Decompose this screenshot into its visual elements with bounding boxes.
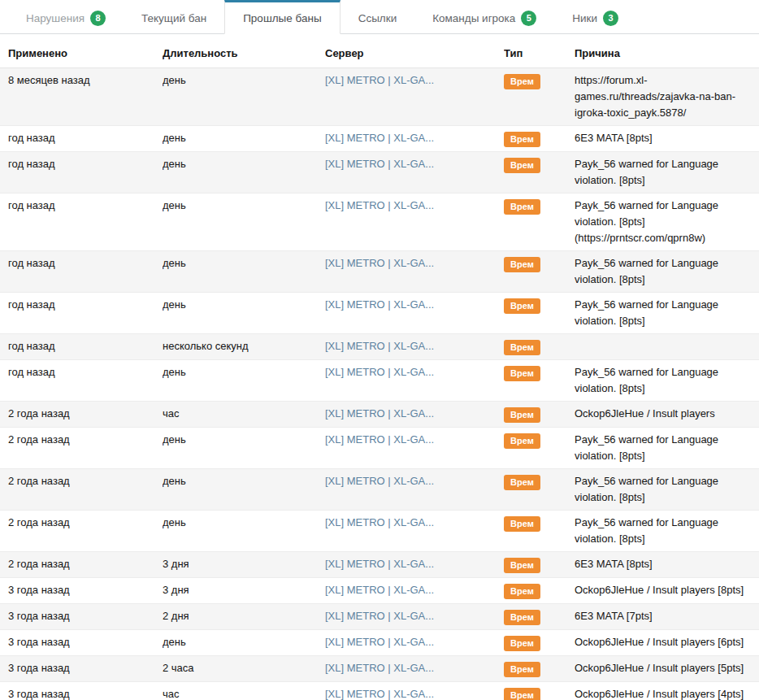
ban-type-badge: Врем [504,636,540,651]
server-link[interactable]: [XL] METRO | XL-GA... [325,132,434,144]
server-link[interactable]: [XL] METRO | XL-GA... [325,584,434,596]
server-link[interactable]: [XL] METRO | XL-GA... [325,257,434,269]
column-header-type: Тип [504,34,575,67]
table-row: 3 года назад 2 дня [XL] METRO | XL-GA...… [0,604,759,630]
server-link[interactable]: [XL] METRO | XL-GA... [325,636,434,648]
server-link[interactable]: [XL] METRO | XL-GA... [325,610,434,622]
applied-cell: 3 года назад [8,604,163,629]
duration-cell: 2 дня [163,604,325,629]
applied-cell: год назад [8,152,163,193]
reason-cell: Payk_56 warned for Language violation. [… [575,193,751,250]
server-cell: [XL] METRO | XL-GA... [325,152,504,193]
table-row: год назад день [XL] METRO | XL-GA... Вре… [0,360,759,402]
server-cell: [XL] METRO | XL-GA... [325,334,504,359]
ban-type-badge: Врем [504,199,540,215]
applied-cell: 2 года назад [8,552,163,577]
tab-label: Текущий бан [141,12,206,24]
reason-cell: Payk_56 warned for Language violation. [… [575,511,751,551]
tab-2[interactable]: Прошлые баны [224,0,340,34]
applied-cell: год назад [8,334,163,359]
server-cell: [XL] METRO | XL-GA... [325,126,504,151]
server-link[interactable]: [XL] METRO | XL-GA... [325,298,434,311]
type-cell: Врем [504,360,575,401]
table-row: 2 года назад день [XL] METRO | XL-GA... … [0,511,759,552]
reason-cell: Payk_56 warned for Language violation. [… [575,469,751,510]
server-link[interactable]: [XL] METRO | XL-GA... [325,475,434,487]
table-row: 2 года назад день [XL] METRO | XL-GA... … [0,428,759,469]
type-cell: Врем [504,578,575,603]
table-row: 3 года назад день [XL] METRO | XL-GA... … [0,630,759,656]
reason-cell [575,334,751,359]
server-link[interactable]: [XL] METRO | XL-GA... [325,688,434,700]
server-link[interactable]: [XL] METRO | XL-GA... [325,407,434,420]
server-link[interactable]: [XL] METRO | XL-GA... [325,74,434,86]
tab-count-badge: 8 [90,11,106,26]
applied-cell: год назад [8,251,163,292]
tab-3[interactable]: Ссылки [340,0,415,33]
server-cell: [XL] METRO | XL-GA... [325,630,504,655]
applied-cell: 3 года назад [8,656,163,681]
ban-type-badge: Врем [504,584,540,599]
tab-5[interactable]: Ники 3 [554,0,636,33]
reason-cell: Payk_56 warned for Language violation. [… [575,152,751,193]
reason-cell: Ockop6JleHue / Insult players [8pts] [575,578,751,603]
server-cell: [XL] METRO | XL-GA... [325,552,504,577]
table-row: 2 года назад день [XL] METRO | XL-GA... … [0,469,759,511]
applied-cell: год назад [8,360,163,401]
duration-cell: 3 дня [163,552,325,577]
table-row: 8 месяцев назад день [XL] METRO | XL-GA.… [0,68,759,126]
tab-1[interactable]: Текущий бан [124,0,224,33]
server-cell: [XL] METRO | XL-GA... [325,604,504,629]
tab-0[interactable]: Нарушения 8 [8,0,124,33]
ban-type-badge: Врем [504,366,540,381]
table-row: 2 года назад час [XL] METRO | XL-GA... В… [0,402,759,428]
table-row: год назад день [XL] METRO | XL-GA... Вре… [0,152,759,193]
server-link[interactable]: [XL] METRO | XL-GA... [325,516,434,528]
duration-cell: 2 часа [163,656,325,681]
ban-type-badge: Врем [504,407,540,423]
reason-cell: https://forum.xl-games.ru/threads/zajavk… [575,68,751,125]
server-link[interactable]: [XL] METRO | XL-GA... [325,158,434,170]
tab-count-badge: 3 [603,11,618,26]
applied-cell: 2 года назад [8,402,163,427]
duration-cell: день [163,251,325,292]
applied-cell: год назад [8,293,163,333]
duration-cell: час [163,682,325,700]
tab-label: Ссылки [358,12,397,24]
ban-type-badge: Врем [504,558,540,573]
duration-cell: день [163,630,325,655]
applied-cell: 2 года назад [8,511,163,551]
type-cell: Врем [504,630,575,655]
duration-cell: день [163,293,325,333]
server-link[interactable]: [XL] METRO | XL-GA... [325,433,434,446]
type-cell: Врем [504,126,575,151]
ban-history-table: Применено Длительность Сервер Тип Причин… [0,34,759,700]
server-cell: [XL] METRO | XL-GA... [325,68,504,125]
type-cell: Врем [504,334,575,359]
server-link[interactable]: [XL] METRO | XL-GA... [325,662,434,674]
applied-cell: 8 месяцев назад [8,68,163,125]
type-cell: Врем [504,428,575,468]
ban-type-badge: Врем [504,475,540,490]
server-cell: [XL] METRO | XL-GA... [325,428,504,468]
tab-4[interactable]: Команды игрока 5 [414,0,554,33]
column-header-duration: Длительность [163,34,325,67]
type-cell: Врем [504,469,575,510]
reason-cell: 6E3 MATA [7pts] [575,604,751,629]
reason-cell: Ockop6JleHue / Insult players [4pts] [575,682,751,700]
tab-label: Нарушения [26,12,85,24]
duration-cell: день [163,469,325,510]
ban-type-badge: Врем [504,340,540,355]
type-cell: Врем [504,193,575,250]
server-link[interactable]: [XL] METRO | XL-GA... [325,366,434,378]
server-link[interactable]: [XL] METRO | XL-GA... [325,558,434,570]
duration-cell: день [163,360,325,401]
column-header-reason: Причина [575,34,751,67]
ban-type-badge: Врем [504,433,540,449]
server-link[interactable]: [XL] METRO | XL-GA... [325,199,434,211]
server-cell: [XL] METRO | XL-GA... [325,578,504,603]
reason-cell: Payk_56 warned for Language violation. [… [575,428,751,468]
duration-cell: день [163,152,325,193]
server-link[interactable]: [XL] METRO | XL-GA... [325,340,434,352]
applied-cell: 2 года назад [8,469,163,510]
